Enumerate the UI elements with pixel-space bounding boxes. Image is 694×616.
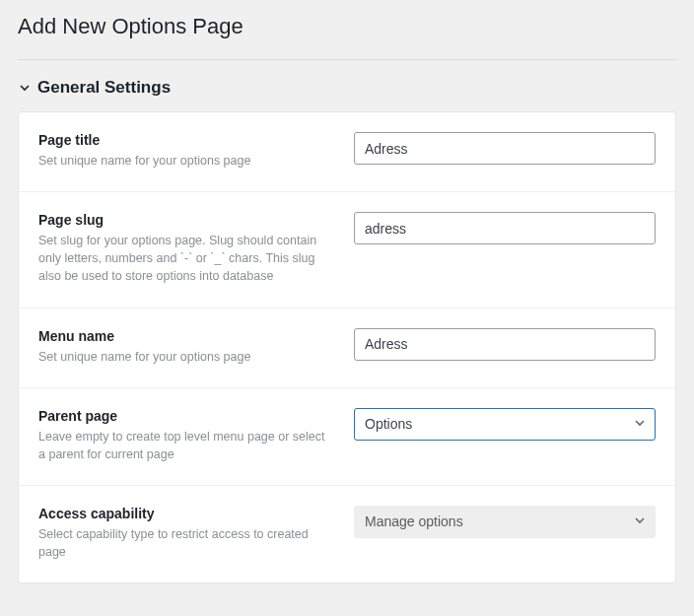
menu-name-input[interactable] (354, 328, 656, 361)
page-title-input[interactable] (354, 132, 656, 165)
access-capability-select[interactable]: Manage options (354, 506, 656, 538)
label-menu-name: Menu name (38, 328, 334, 344)
section-toggle[interactable]: General Settings (18, 78, 676, 98)
row-access-capability: Access capability Select capability type… (19, 486, 675, 582)
access-capability-value: Manage options (365, 513, 463, 529)
desc-page-title: Set unique name for your options page (38, 152, 334, 170)
page-slug-input[interactable] (354, 212, 656, 244)
section-title: General Settings (37, 78, 171, 98)
desc-menu-name: Set unique name for your options page (38, 348, 334, 366)
parent-page-select[interactable]: Options (354, 408, 656, 441)
row-parent-page: Parent page Leave empty to create top le… (19, 388, 675, 486)
row-page-slug: Page slug Set slug for your options page… (19, 192, 675, 308)
label-parent-page: Parent page (38, 408, 334, 424)
parent-page-value: Options (365, 416, 412, 432)
label-page-slug: Page slug (38, 212, 334, 228)
desc-page-slug: Set slug for your options page. Slug sho… (38, 232, 334, 285)
label-page-title: Page title (38, 132, 334, 148)
row-page-title: Page title Set unique name for your opti… (19, 112, 675, 192)
divider (18, 59, 676, 60)
desc-parent-page: Leave empty to create top level menu pag… (38, 428, 334, 463)
page-title: Add New Options Page (18, 14, 676, 39)
label-access-capability: Access capability (38, 506, 334, 521)
chevron-down-icon (18, 81, 32, 95)
settings-panel: Page title Set unique name for your opti… (18, 111, 676, 583)
desc-access-capability: Select capability type to restrict acces… (38, 525, 334, 561)
row-menu-name: Menu name Set unique name for your optio… (19, 308, 675, 388)
